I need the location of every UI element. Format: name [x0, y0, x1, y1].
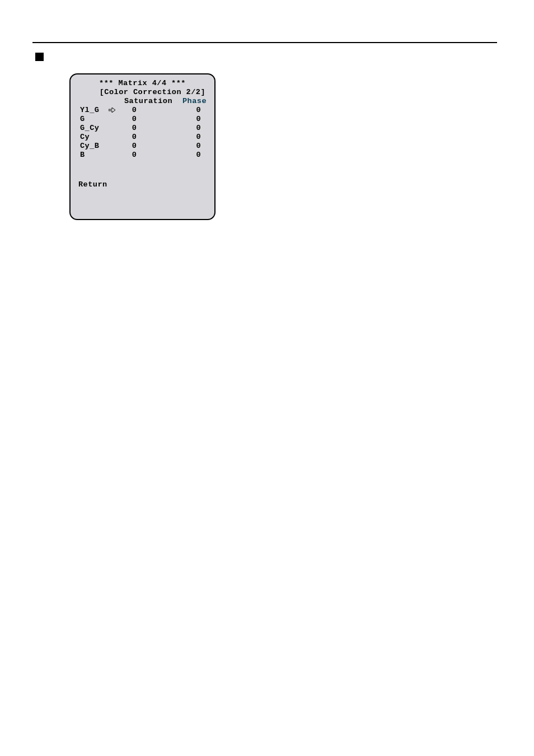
horizontal-rule	[32, 42, 497, 43]
phase-value: 0	[151, 142, 209, 150]
saturation-value: 0	[118, 106, 151, 114]
cursor-cell	[106, 108, 118, 113]
section-bullet-icon	[35, 53, 44, 61]
cursor-right-arrow-icon	[109, 108, 115, 113]
row-label: Cy	[76, 133, 106, 141]
saturation-value: 0	[118, 124, 151, 132]
menu-subtitle: [Color Correction 2/2]	[76, 88, 209, 96]
row-label: G_Cy	[76, 124, 106, 132]
header-spacer	[76, 97, 122, 105]
menu-row-b[interactable]: B 0 0	[76, 151, 209, 159]
menu-row-cyb[interactable]: Cy_B 0 0	[76, 142, 209, 150]
header-saturation: Saturation	[122, 97, 175, 105]
menu-title: *** Matrix 4/4 ***	[76, 79, 209, 87]
saturation-value: 0	[118, 142, 151, 150]
row-label: Cy_B	[76, 142, 106, 150]
saturation-value: 0	[118, 115, 151, 123]
menu-row-g[interactable]: G 0 0	[76, 115, 209, 123]
phase-value: 0	[151, 115, 209, 123]
saturation-value: 0	[118, 133, 151, 141]
row-label: G	[76, 115, 106, 123]
phase-value: 0	[151, 133, 209, 141]
header-phase: Phase	[175, 97, 209, 105]
return-item[interactable]: Return	[76, 180, 209, 189]
phase-value: 0	[151, 151, 209, 159]
menu-row-gcy[interactable]: G_Cy 0 0	[76, 124, 209, 132]
phase-value: 0	[151, 124, 209, 132]
menu-row-ylg[interactable]: Yl_G 0 0	[76, 106, 209, 114]
menu-header-row: Saturation Phase	[76, 97, 209, 105]
menu-row-cy[interactable]: Cy 0 0	[76, 133, 209, 141]
row-label: Yl_G	[76, 106, 106, 114]
saturation-value: 0	[118, 151, 151, 159]
phase-value: 0	[151, 106, 209, 114]
matrix-menu-panel: *** Matrix 4/4 *** [Color Correction 2/2…	[69, 73, 216, 220]
row-label: B	[76, 151, 106, 159]
